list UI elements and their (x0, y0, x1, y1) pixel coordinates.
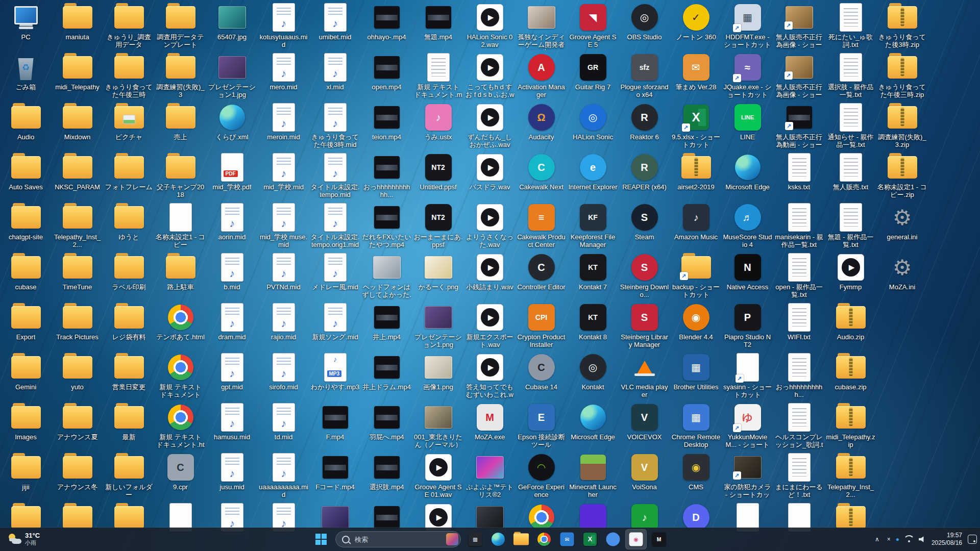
desktop-icon[interactable]: きゅうり食ってた午後3時.mid (309, 100, 361, 150)
taskbar-app-music-app[interactable]: M (648, 529, 670, 549)
desktop-icon[interactable]: 001_東北きりたん（ノーマル）_今じゃ... (412, 400, 464, 450)
desktop-icon[interactable]: 通知らせ - 親作品一覧.txt (825, 100, 876, 150)
desktop-icon[interactable]: Telepathy_Inst_2... (52, 200, 103, 250)
desktop-icon[interactable]: KTKontakt 7 (567, 250, 619, 300)
desktop-icon[interactable]: SSteinberg Library Manager (619, 300, 670, 350)
desktop-icon[interactable]: MMoZA.exe (464, 400, 516, 450)
desktop-icon[interactable]: ↗backup - ショートカット (670, 250, 722, 300)
desktop-icon[interactable]: Microsoft Edge (722, 150, 773, 200)
desktop-icon[interactable]: Auto Saves (0, 150, 52, 200)
desktop-icon[interactable]: ゆ↗YukkunMovieM... - ショートカット (722, 400, 773, 450)
desktop-icon[interactable]: CCakewalk Next (516, 150, 567, 200)
desktop-icon[interactable]: テンポあて.html (155, 300, 206, 350)
desktop-icon[interactable]: きゅうり食ってた午後三時 (103, 50, 155, 100)
desktop-icon[interactable]: ぷよぷよ™テトリス®2 (464, 450, 516, 500)
desktop-icon[interactable]: ヘッドフォンはずしてよかった.mp4 (361, 250, 412, 300)
desktop-icon[interactable]: ♬MuseScore Studio 4 (722, 200, 773, 250)
desktop-icon[interactable]: PPiapro Studio NT2 (722, 300, 773, 350)
desktop-icon[interactable]: Fコード.mp4 (309, 450, 361, 500)
desktop-icon[interactable]: VVoiSona (619, 450, 670, 500)
wifi-icon[interactable] (904, 536, 914, 543)
desktop-icon[interactable]: 新規 テキスト ドキュメント (2).html (155, 350, 206, 400)
desktop-icon[interactable]: ゆうと (103, 200, 155, 250)
desktop-icon[interactable]: NNative Access (722, 250, 773, 300)
desktop-icon[interactable]: わかりやす.mp3 (309, 350, 361, 400)
desktop-icon[interactable]: EEpson 接続診断ツール (516, 400, 567, 450)
desktop-icon[interactable]: cubase (0, 250, 52, 300)
desktop-icon[interactable]: ↗9.5.xlsx - ショートカット (670, 100, 722, 150)
desktop-icon[interactable]: NT2Untitled.ppsf (412, 150, 464, 200)
desktop-icon[interactable]: SSteinberg Downlo... (619, 250, 670, 300)
start-button[interactable] (310, 529, 332, 549)
desktop-icon[interactable]: hamusu.mid (206, 400, 258, 450)
desktop-icon[interactable]: ◠GeForce Experience (516, 450, 567, 500)
desktop-icon[interactable]: 孤独なインディーゲーム開発者の一生... (516, 0, 567, 50)
desktop-icon[interactable]: general.ini (876, 200, 928, 250)
desktop-icon[interactable]: ラベル印刷 (103, 250, 155, 300)
desktop-icon[interactable]: Microsoft Edge (567, 400, 619, 450)
taskbar-search[interactable] (335, 531, 461, 547)
desktop-icon[interactable]: CController Editor (516, 250, 567, 300)
desktop-icon[interactable]: ΩAudacity (516, 100, 567, 150)
desktop-icon[interactable]: Groove Agent SE 01.wav (412, 450, 464, 500)
desktop-icon[interactable]: 新規 テキスト ドキュメント.musicxml (412, 50, 464, 100)
taskbar-app-mail[interactable]: ✉ (556, 529, 578, 549)
desktop-icon[interactable]: Audio.zip (825, 300, 876, 350)
desktop-icon[interactable]: 答え知ってでもむずいわこれ.wav (464, 350, 516, 400)
desktop-icon[interactable]: td.mid (258, 400, 309, 450)
desktop-icon[interactable]: 父子キャンプ2018 (155, 150, 206, 200)
desktop-icon[interactable]: kotusytuaaus.mid (258, 0, 309, 50)
desktop-icon[interactable]: 画像1.png (412, 350, 464, 400)
desktop-icon[interactable]: PVTNd.mid (258, 250, 309, 300)
desktop-icon[interactable]: 調査練習(失敗)_3.zip (876, 100, 928, 150)
desktop-icon[interactable]: HALion Sonic 02.wav (464, 0, 516, 50)
desktop-icon[interactable]: 最新 (103, 400, 155, 450)
desktop-icon[interactable]: 新規エクスポート.wav (464, 300, 516, 350)
desktop-icon[interactable]: gpt.mid (206, 350, 258, 400)
desktop-icon[interactable]: mid_学校.mid (258, 150, 309, 200)
desktop-icon[interactable]: おっhhhhhhhhhhh... (361, 150, 412, 200)
desktop-icon[interactable]: NKSC_PARAM (52, 150, 103, 200)
desktop-icon[interactable]: ohhayo-.mp4 (361, 0, 412, 50)
desktop-icon[interactable]: eInternet Explorer (567, 150, 619, 200)
desktop-icon[interactable]: ◉CMS (670, 450, 722, 500)
desktop-icon[interactable]: 営業日変更 (103, 350, 155, 400)
desktop-icon[interactable]: cubase.zip (825, 350, 876, 400)
weather-widget[interactable]: 31°C 小雨 (3, 531, 45, 548)
desktop-icon[interactable]: Fymmp (825, 250, 876, 300)
desktop-icon[interactable]: Minecraft Launcher (567, 450, 619, 500)
desktop-icon[interactable]: meroin.mid (258, 100, 309, 150)
desktop-icon[interactable]: ごみ箱 (0, 50, 52, 100)
desktop-icon[interactable]: KTKontakt 8 (567, 300, 619, 350)
desktop-icon[interactable]: 小銭詰まり.wav (464, 250, 516, 300)
desktop-icon[interactable]: アナウンス冬 (52, 450, 103, 500)
desktop-icon[interactable]: teion.mp4 (361, 100, 412, 150)
desktop-icon[interactable]: b.mid (206, 250, 258, 300)
desktop-icon[interactable]: ◎Kontakt (567, 350, 619, 400)
desktop-icon[interactable]: F.mp4 (309, 400, 361, 450)
desktop-icon[interactable]: umibet.mid (309, 0, 361, 50)
desktop-icon[interactable]: NT2おーまーまにあ.ppsf (412, 200, 464, 250)
desktop-icon[interactable]: ♪うみ.ustx (412, 100, 464, 150)
desktop-icon[interactable]: midi_Telepathy (52, 50, 103, 100)
desktop-icon[interactable]: Mixdown (52, 100, 103, 150)
desktop-icon[interactable]: Track Pictures (52, 300, 103, 350)
desktop-icon[interactable]: airset2-2019 (670, 150, 722, 200)
desktop-icon[interactable]: タイトル未設定.tempo.mid (309, 150, 361, 200)
desktop-icon[interactable]: xl.mid (309, 50, 361, 100)
desktop-icon[interactable]: ↗無人販売不正行為動画 - ショートカット (773, 100, 825, 150)
desktop-icon[interactable]: 選択肢 - 親作品一覧.txt (825, 50, 876, 100)
desktop-icon[interactable]: 名称未設定1 - コピー (155, 200, 206, 250)
desktop-icon[interactable]: LINELINE (722, 100, 773, 150)
desktop-icon[interactable]: PC (0, 0, 52, 50)
desktop-icon[interactable]: ▦↗HDDFMT.exe - ショートカット (722, 0, 773, 50)
desktop-icon[interactable]: jusu.mid (206, 450, 258, 500)
desktop-icon[interactable]: CPICrypton Product Installer (516, 300, 567, 350)
desktop-icon[interactable]: Gemini (0, 350, 52, 400)
desktop-icon[interactable]: mero.mid (258, 50, 309, 100)
desktop-icon[interactable]: ↗無人販売不正行為画像 - ショートカッ... (773, 0, 825, 50)
desktop-icon[interactable]: C9.cpr (155, 450, 206, 500)
desktop-icon[interactable]: RREAPER (x64) (619, 150, 670, 200)
desktop-icon[interactable]: uaaaaaaaaaa.mid (258, 450, 309, 500)
desktop-icon[interactable]: GRGuitar Rig 7 (567, 50, 619, 100)
